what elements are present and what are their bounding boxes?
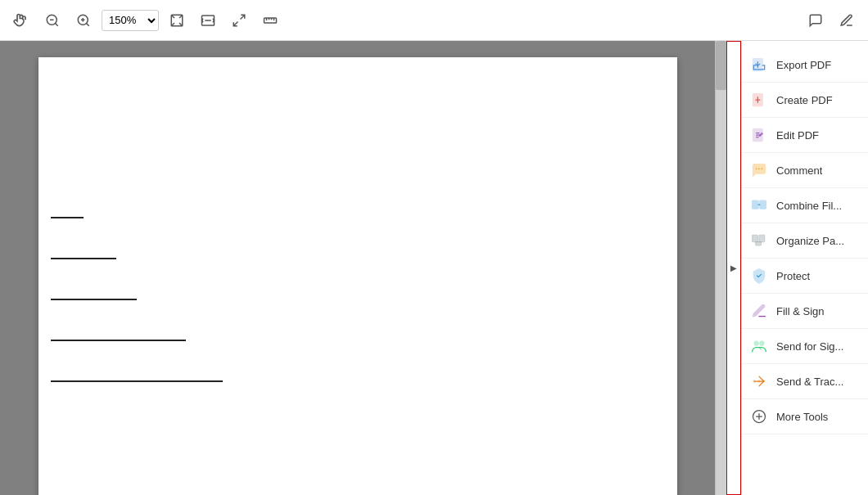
- comment-label: Comment: [776, 164, 822, 177]
- text-line: [51, 258, 116, 259]
- organize-pages-icon: [750, 232, 768, 250]
- svg-rect-26: [759, 235, 765, 241]
- edit-pdf-icon: [750, 126, 768, 144]
- svg-rect-23: [753, 200, 759, 209]
- measure-icon: [263, 13, 278, 28]
- zoom-out-icon: [45, 13, 60, 28]
- svg-rect-25: [753, 235, 758, 241]
- svg-point-32: [762, 380, 765, 382]
- hand-icon: [13, 12, 29, 29]
- svg-point-20: [756, 169, 757, 170]
- hand-tool-button[interactable]: [8, 7, 34, 34]
- fill-sign-label: Fill & Sign: [776, 305, 825, 317]
- comment-icon: [750, 161, 768, 179]
- zoom-out-button[interactable]: [39, 7, 66, 34]
- svg-line-11: [233, 21, 237, 25]
- panel-item-send-track[interactable]: Send & Trac...: [742, 364, 868, 399]
- panel-item-create-pdf[interactable]: Create PDF: [742, 83, 868, 118]
- panel-item-combine-files[interactable]: Combine Fil...: [742, 188, 868, 223]
- toolbar: 150% 100% 125% 200%: [0, 0, 868, 41]
- edit-pdf-label: Edit PDF: [776, 129, 819, 142]
- collapse-panel-button[interactable]: ▶: [726, 41, 741, 495]
- export-pdf-icon: [750, 56, 768, 74]
- svg-point-30: [753, 380, 756, 382]
- organize-pages-label: Organize Pa...: [776, 235, 844, 247]
- right-panel: Export PDF Create PDF Edit PDF: [741, 41, 868, 495]
- main-area: ▶ Export PDF Create PDF: [0, 41, 868, 495]
- zoom-select[interactable]: 150% 100% 125% 200%: [102, 10, 159, 31]
- pdf-page: [38, 57, 677, 495]
- panel-item-more-tools[interactable]: More Tools: [742, 399, 868, 434]
- more-tools-label: More Tools: [776, 411, 828, 423]
- zoom-in-button[interactable]: [70, 7, 97, 34]
- fill-sign-icon: [750, 302, 768, 320]
- svg-rect-24: [760, 200, 766, 209]
- panel-item-comment[interactable]: Comment: [742, 153, 868, 188]
- fit-page-icon: [170, 13, 184, 28]
- document-area: [0, 41, 715, 495]
- zoom-in-icon: [76, 13, 91, 28]
- panel-item-edit-pdf[interactable]: Edit PDF: [742, 118, 868, 153]
- fit-width-button[interactable]: [195, 7, 221, 34]
- fit-page-button[interactable]: [164, 7, 190, 34]
- svg-line-1: [55, 23, 57, 25]
- svg-line-4: [86, 23, 88, 25]
- comment-tool-icon: [808, 13, 823, 28]
- pen-icon: [839, 13, 854, 28]
- full-screen-icon: [232, 13, 246, 28]
- combine-files-icon: [750, 196, 768, 214]
- text-line: [51, 217, 84, 218]
- full-screen-button[interactable]: [226, 7, 252, 34]
- send-sig-icon: [750, 337, 768, 355]
- comment-tool-button[interactable]: [802, 7, 829, 34]
- panel-item-protect[interactable]: Protect: [742, 259, 868, 294]
- svg-point-29: [760, 341, 764, 345]
- pen-tool-button[interactable]: [834, 7, 860, 34]
- panel-item-organize-pages[interactable]: Organize Pa...: [742, 223, 868, 259]
- protect-label: Protect: [776, 270, 810, 282]
- panel-item-send-sig[interactable]: Send for Sig...: [742, 329, 868, 364]
- more-tools-icon: [750, 407, 768, 425]
- measure-button[interactable]: [257, 7, 283, 34]
- svg-point-31: [757, 380, 760, 382]
- fit-width-icon: [201, 13, 215, 28]
- text-line: [51, 340, 186, 341]
- send-track-icon: [750, 372, 768, 390]
- combine-files-label: Combine Fil...: [776, 200, 842, 212]
- export-pdf-label: Export PDF: [776, 59, 831, 71]
- scrollbar-thumb[interactable]: [716, 41, 726, 90]
- svg-line-10: [241, 15, 245, 19]
- svg-rect-27: [756, 242, 762, 245]
- create-pdf-label: Create PDF: [776, 94, 833, 106]
- svg-point-22: [762, 169, 763, 170]
- text-line: [51, 299, 137, 300]
- panel-item-export-pdf[interactable]: Export PDF: [742, 47, 868, 83]
- text-line: [51, 380, 223, 382]
- send-track-label: Send & Trac...: [776, 376, 843, 388]
- send-sig-label: Send for Sig...: [776, 340, 843, 353]
- svg-point-28: [754, 341, 758, 345]
- scrollbar[interactable]: [715, 41, 726, 495]
- create-pdf-icon: [750, 91, 768, 109]
- svg-point-21: [758, 169, 760, 170]
- panel-item-fill-sign[interactable]: Fill & Sign: [742, 294, 868, 329]
- protect-icon: [750, 267, 768, 285]
- collapse-arrow-icon: ▶: [730, 263, 737, 272]
